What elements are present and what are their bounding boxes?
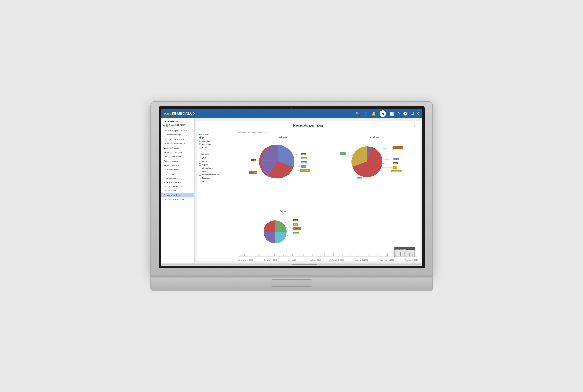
loc-filter-alimentacion[interactable]: ✓ alimentacion [199,167,234,169]
warehouse-filter-label: Warehouse [199,133,234,135]
topbar: easy N MECALUX 🔍 👤 🔔 M 📊 ? 🕐 16:40 [161,109,422,118]
search-icon[interactable]: 🔍 [356,112,360,116]
filter-gijon-label: Gijon [202,147,207,149]
sidebar-item-dept-eff[interactable]: Department efficiency [161,137,194,141]
sidebar-item-proc-eff[interactable]: Process efficiency [161,163,194,168]
svg-text:lacteos: lacteos [341,153,346,155]
sidebar-item-dock-stock[interactable]: Dock to stock [161,188,194,193]
sidebar-item-shift-eff[interactable]: Work shift efficiency [161,150,194,154]
svg-rect-68 [350,254,351,256]
time-display: 16:40 [411,112,419,115]
filter-barcelona-label: Barcelona [202,143,212,145]
filter-all[interactable]: (All) [199,136,234,139]
timeline-dates: diciembre de 2015 febrero de 2016 abril … [238,259,418,261]
loc-alimentacion-label: alimentacion [202,167,214,169]
filter-gijon[interactable]: Gijon [199,147,234,149]
timeline-svg: 29/1/2017 17/2/2017 [238,247,418,258]
svg-line-39 [345,154,354,156]
svg-text:vinos: vinos [254,159,257,161]
sidebar-item-receipts-damage[interactable]: Receipts damage free [161,184,194,188]
laptop-base [150,276,433,291]
svg-text:alimentacion: alimentacion [393,147,402,149]
chart-icon[interactable]: 📊 [390,112,394,116]
svg-rect-58 [258,254,259,256]
filter-asturias[interactable]: Asturias [199,140,234,142]
date-1: diciembre de 2015 [238,259,253,261]
barcelona-chart: Barcelona [328,136,419,210]
loc-lacteos-label: lacteos [202,177,209,179]
filter-all-label: (All) [202,136,206,139]
warehouse-type-label: Warehouse used per item type [236,130,420,135]
screen-bezel: easy N MECALUX 🔍 👤 🔔 M 📊 ? 🕐 16:40 [159,106,425,268]
scrollbar-track[interactable] [162,264,421,265]
main-area: DASHBOARDS LABOR MANAGEMENT PANEL Depart… [161,118,422,263]
loc-filter-cafes[interactable]: ✓ cafes [199,170,234,172]
svg-rect-62 [292,254,293,256]
sidebar-item-user-usage[interactable]: User usage [161,172,194,176]
chart-area: Warehouse used per item type Asturias [236,130,420,261]
svg-text:cafes: cafes [302,153,306,155]
svg-line-12 [294,162,301,162]
cb-cafes: ✓ [199,170,201,172]
svg-rect-70 [368,254,369,256]
page-title: Receipts per hour [293,123,323,127]
sidebar-item-proc-perf[interactable]: Process performance [161,154,194,159]
sidebar-item-shift-perf[interactable]: Work shift performance [161,141,194,146]
radio-all [199,136,201,139]
clock-icon[interactable]: 🕐 [403,112,408,116]
sidebar-item-receipts-hour[interactable]: Receipts per hour [161,193,194,197]
sidebar-item-receipt-lines[interactable]: Receipt lines per hour [161,197,194,202]
screen: easy N MECALUX 🔍 👤 🔔 M 📊 ? 🕐 16:40 [161,109,422,266]
svg-text:aceros: aceros [393,159,398,160]
help-icon[interactable]: ? [398,112,400,116]
date-4: Junio de 2016 [309,259,321,261]
loc-filter-aguas[interactable]: ✓ aguas [199,163,234,166]
date-5: Junion de 2016 [332,259,344,261]
svg-line-48 [286,229,293,232]
svg-text:alimentacion: alimentacion [294,228,302,230]
filter-barcelona[interactable]: Barcelona [199,143,234,145]
bell-icon[interactable]: 🔔 [372,112,376,116]
filters-panel: Warehouse (All) Asturias [197,130,236,261]
camera-dot [291,107,292,109]
avatar[interactable]: M [380,110,386,117]
loc-filter-lacteos[interactable]: ✓ lacteos [199,177,234,179]
svg-rect-63 [303,254,304,256]
sidebar-item-user-perf[interactable]: User performance [161,168,194,172]
svg-text:vinos: vinos [294,224,297,225]
laptop-hinge [150,276,433,278]
sidebar-item-user-eff[interactable]: User efficiency [161,176,194,181]
filter-asturias-label: Asturias [202,140,210,142]
laptop-wrapper: easy N MECALUX 🔍 👤 🔔 M 📊 ? 🕐 16:40 [150,101,433,291]
loc-filter-all[interactable]: ✓ (All) [199,157,234,159]
svg-line-27 [382,163,393,164]
sidebar-item-proc-usage[interactable]: Process usage [161,159,194,163]
svg-rect-69 [359,255,360,256]
loc-filter-vinos[interactable]: ✓ vinos [199,180,234,183]
cb-lacteos: ✓ [199,177,201,179]
sidebar-item-dept-perf[interactable]: Department performance [161,128,194,133]
logo-m-icon: N [172,112,176,115]
loc-cafes-label: cafes [202,170,207,172]
loc-aguas-label: aguas [202,163,208,166]
dashboards-label: DASHBOARDS [161,118,194,123]
svg-line-24 [382,159,393,160]
loc-filter-aceros[interactable]: ✓ aceros [199,160,234,162]
user-icon[interactable]: 👤 [364,112,368,116]
timeline-bar: 29/1/2017 17/2/2017 diciembre de 2015 fe… [236,246,420,261]
asturias-title: Asturias [278,136,288,139]
svg-line-21 [381,148,393,149]
barcelona-title: Barcelona [368,136,379,139]
content-area: Receipts per hour ⬚ Warehouse (All) [195,118,422,263]
logo-easy: easy [164,112,172,115]
export-icon[interactable]: ⬚ [414,123,417,127]
date-6: octubre de 2016 [355,259,368,261]
sidebar-item-shift-usage[interactable]: Work shift usage [161,146,194,150]
touchpad[interactable] [271,279,312,287]
svg-line-45 [286,225,293,228]
svg-rect-57 [252,255,252,256]
svg-text:lacteos: lacteos [294,232,299,234]
sidebar-item-dept-usage[interactable]: Department usage [161,133,194,137]
empty-chart-cell [328,210,419,245]
loc-filter-impear[interactable]: ✓ impearmbilizacion [199,174,234,176]
